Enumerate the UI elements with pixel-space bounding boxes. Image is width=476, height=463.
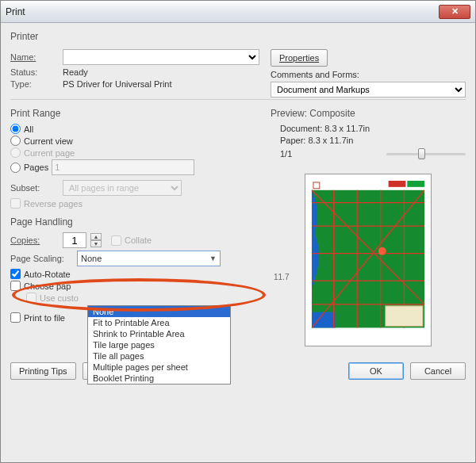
svg-rect-19 — [389, 181, 406, 187]
svg-rect-18 — [407, 181, 424, 187]
type-value: PS Driver for Universal Print — [63, 79, 172, 89]
svg-rect-16 — [312, 329, 424, 339]
preview-page-count: 1/1 — [280, 149, 292, 159]
status-value: Ready — [63, 67, 88, 77]
window-title: Print — [6, 6, 439, 17]
pages-input[interactable] — [52, 159, 194, 175]
scaling-option[interactable]: Multiple pages per sheet — [88, 362, 230, 373]
printer-group-label: Printer — [10, 31, 466, 42]
scaling-label: Page Scaling: — [10, 254, 72, 263]
name-label: Name: — [10, 52, 58, 62]
preview-paper-size: Paper: 8.3 x 11.7in — [280, 136, 466, 145]
scaling-option[interactable]: Tile all pages — [88, 350, 230, 362]
page-scaling-dropdown[interactable]: NoneFit to Printable AreaShrink to Print… — [87, 305, 231, 385]
scaling-option[interactable]: Booklet Printing — [88, 373, 230, 384]
cancel-button[interactable]: Cancel — [410, 362, 466, 380]
auto-rotate-check[interactable]: Auto-Rotate — [10, 269, 259, 279]
scaling-option[interactable]: None — [88, 306, 230, 317]
reverse-pages-check: Reverse pages — [10, 198, 259, 209]
scaling-option[interactable]: Tile large pages — [88, 339, 230, 350]
printing-tips-button[interactable]: Printing Tips — [10, 362, 76, 380]
comments-select[interactable]: Document and Markups — [271, 82, 466, 98]
radio-current-view[interactable]: Current view — [10, 136, 259, 146]
svg-point-14 — [378, 247, 386, 255]
scaling-option[interactable]: Shrink to Printable Area — [88, 328, 230, 339]
page-scaling-select[interactable]: None▼ — [77, 251, 221, 266]
use-custom-check: Use custo — [26, 293, 259, 303]
type-label: Type: — [10, 79, 58, 89]
radio-pages[interactable]: Pages — [10, 159, 259, 175]
preview-zoom-slider[interactable] — [386, 148, 466, 159]
scaling-option[interactable]: Fit to Printable Area — [88, 317, 230, 328]
properties-button[interactable]: Properties — [271, 49, 328, 67]
preview-document-size: Document: 8.3 x 11.7in — [280, 124, 466, 133]
preview-height-label: 11.7 — [274, 273, 289, 281]
copies-input[interactable] — [63, 232, 86, 248]
ok-button[interactable]: OK — [348, 362, 404, 380]
close-icon: ✕ — [451, 6, 459, 17]
radio-all[interactable]: All — [10, 124, 259, 134]
svg-rect-17 — [386, 306, 423, 327]
handling-group-label: Page Handling — [10, 216, 259, 228]
preview-thumbnail — [305, 174, 432, 346]
choose-paper-check[interactable]: Choose pap — [10, 281, 259, 291]
copies-spinner[interactable]: ▲▼ — [90, 233, 102, 247]
preview-group-label: Preview: Composite — [271, 108, 466, 119]
subset-label: Subset: — [10, 183, 58, 193]
range-group-label: Print Range — [10, 108, 259, 119]
svg-rect-2 — [312, 312, 336, 328]
copies-label: Copies: — [10, 235, 58, 245]
close-button[interactable]: ✕ — [439, 5, 470, 19]
printer-name-select[interactable] — [63, 49, 259, 65]
chevron-down-icon: ▼ — [209, 254, 217, 262]
collate-check: Collate — [111, 235, 152, 246]
subset-select: All pages in range — [63, 180, 182, 196]
radio-current-page: Current page — [10, 147, 259, 158]
status-label: Status: — [10, 67, 58, 77]
map-preview-icon — [310, 179, 426, 340]
comments-label: Comments and Forms: — [271, 70, 466, 79]
